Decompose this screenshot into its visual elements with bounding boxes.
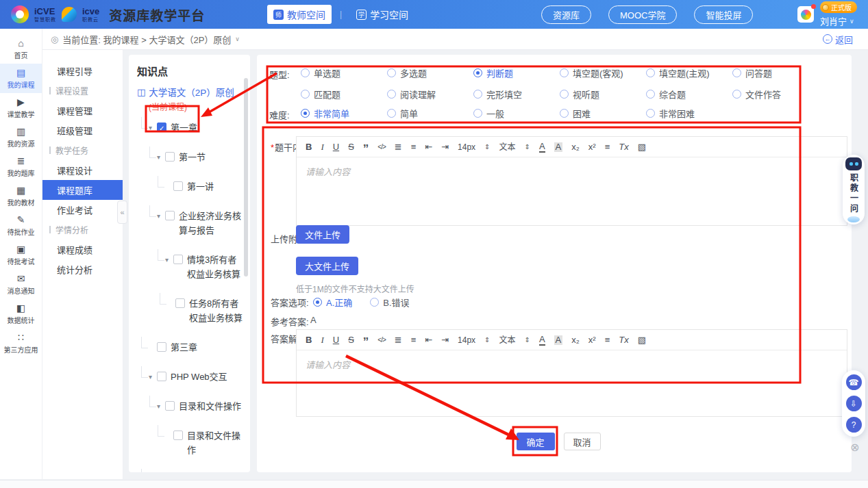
big-file-upload-button[interactable]: 大文件上传 — [296, 257, 358, 275]
tab-teacher-space[interactable]: 师 教师空间 — [267, 5, 332, 24]
radio-single-choice[interactable]: 单选题 — [301, 65, 387, 80]
caret-down-icon[interactable]: ▾ — [157, 209, 165, 223]
tree-node-task-8[interactable]: 任务8所有者权益业务核算 — [137, 296, 243, 325]
font-size-select[interactable]: 14px — [458, 336, 475, 344]
font-size-select[interactable]: 14px — [458, 143, 475, 151]
checkbox-unchecked[interactable] — [157, 342, 166, 352]
menu-item-course-grades[interactable]: 课程成绩 — [42, 240, 123, 259]
font-size-caret-icon[interactable]: ⇕ — [484, 337, 490, 344]
sidebar-item-notifications[interactable]: ✉消息通知 — [0, 270, 42, 299]
superscript-icon[interactable]: x² — [588, 142, 596, 151]
confirm-button[interactable]: 确定 — [517, 433, 555, 450]
help-icon[interactable]: ? — [846, 417, 862, 433]
customer-service-icon[interactable]: ☎ — [846, 374, 862, 390]
indent-icon[interactable]: ⇥ — [441, 335, 449, 344]
strikethrough-icon[interactable]: S — [348, 142, 354, 151]
font-color-icon[interactable]: A — [539, 142, 545, 153]
menu-item-class-management[interactable]: 班级管理 — [42, 120, 123, 140]
sidebar-item-pending-homework[interactable]: ✎待批作业 — [0, 211, 42, 240]
tree-node-scenario-3[interactable]: ▾情境3所有者权益业务核算 — [137, 253, 243, 281]
radio-fill-blank-subjective[interactable]: 填空题(主观) — [646, 65, 732, 80]
sidebar-item-pending-exams[interactable]: ▣待批考试 — [0, 240, 42, 270]
ai-assistant-widget[interactable]: 职教一问 — [843, 155, 865, 224]
stem-rich-text-editor[interactable]: B I U S ” </> ≣ ≡ ⇤ ⇥ 14px ⇕ 文本 ⇕ A A x₂… — [296, 136, 847, 226]
radio-hard[interactable]: 困难 — [560, 105, 646, 121]
align-icon[interactable]: ≡ — [605, 335, 610, 344]
ordered-list-icon[interactable]: ≣ — [395, 142, 402, 151]
clear-format-icon[interactable]: Tx — [619, 335, 628, 344]
radio-audio-visual[interactable]: 视听题 — [560, 86, 646, 101]
bold-icon[interactable]: B — [306, 142, 312, 151]
radio-file-answer[interactable]: 文件作答 — [732, 86, 819, 101]
menu-item-course-management[interactable]: 课程管理 — [42, 101, 123, 120]
radio-comprehensive[interactable]: 综合题 — [646, 86, 732, 101]
subscript-icon[interactable]: x₂ — [571, 142, 580, 151]
highlight-color-icon[interactable]: A — [554, 335, 563, 345]
radio-answer-wrong[interactable]: B.错误 — [370, 296, 409, 309]
font-color-icon[interactable]: A — [539, 335, 545, 346]
caret-down-icon[interactable]: ▾ — [157, 399, 165, 413]
underline-icon[interactable]: U — [333, 142, 339, 151]
tree-node-lecture-1[interactable]: 第一讲 — [137, 179, 243, 194]
smart-casting-button[interactable]: 智能投屏 — [694, 5, 753, 24]
menu-item-course-design[interactable]: 课程设计 — [42, 160, 123, 180]
tree-node-directory-file-ops[interactable]: ▾目录和文件操作 — [137, 399, 243, 413]
checkbox-unchecked[interactable] — [173, 431, 183, 440]
image-icon[interactable]: ▧ — [638, 335, 646, 344]
code-icon[interactable]: </> — [377, 337, 385, 344]
checkbox-unchecked[interactable] — [165, 211, 175, 220]
tree-node-section-1[interactable]: ▾第一节 — [137, 150, 243, 164]
radio-cloze[interactable]: 完形填空 — [473, 86, 560, 101]
text-style-select[interactable]: 文本 — [499, 336, 516, 344]
sidebar-item-home[interactable]: ⌂首页 — [0, 34, 42, 64]
bullet-list-icon[interactable]: ≡ — [411, 335, 417, 344]
align-icon[interactable]: ≡ — [605, 142, 610, 151]
avatar[interactable] — [797, 6, 814, 23]
caret-down-icon[interactable]: ▾ — [165, 253, 173, 267]
outdent-icon[interactable]: ⇤ — [425, 142, 432, 151]
checkbox-unchecked[interactable] — [173, 255, 183, 264]
checkbox-unchecked[interactable] — [175, 298, 185, 308]
menu-item-course-guide[interactable]: 课程引导 — [42, 61, 123, 81]
font-size-caret-icon[interactable]: ⇕ — [484, 144, 490, 151]
username[interactable]: 刘肖宁 ∨ — [820, 14, 854, 27]
blockquote-icon[interactable]: ” — [363, 143, 369, 155]
sidebar-item-my-textbooks[interactable]: ▦我的教材 — [0, 181, 42, 211]
sidebar-collapse-button[interactable]: « — [117, 201, 127, 224]
menu-item-course-question-bank[interactable]: 课程题库 — [42, 180, 123, 200]
tab-learning-space[interactable]: 学 学习空间 — [350, 5, 414, 24]
file-upload-button[interactable]: 文件上传 — [296, 225, 349, 244]
code-icon[interactable]: </> — [377, 144, 385, 151]
breadcrumb[interactable]: 我的课程 > 大学语文（2P）原创 — [103, 33, 232, 46]
analysis-rich-text-editor[interactable]: B I U S ” </> ≣ ≡ ⇤ ⇥ 14px ⇕ 文本 ⇕ A A x₂… — [296, 329, 847, 417]
caret-down-icon[interactable]: ▾ — [157, 150, 165, 164]
tree-course-root[interactable]: ◫ 大学语文（2P）原创 — [137, 85, 243, 99]
caret-down-icon[interactable]: ▾ — [149, 120, 157, 135]
text-style-caret-icon[interactable]: ⇕ — [525, 337, 530, 344]
checkbox-unchecked[interactable] — [165, 152, 175, 162]
mooc-academy-button[interactable]: MOOC学院 — [608, 5, 677, 24]
indent-icon[interactable]: ⇥ — [441, 142, 449, 151]
superscript-icon[interactable]: x² — [588, 335, 596, 344]
sidebar-item-statistics[interactable]: ◧数据统计 — [0, 299, 42, 329]
checkbox-checked[interactable] — [157, 123, 166, 132]
tree-node-chapter-3[interactable]: 第三章 — [137, 340, 243, 355]
radio-true-false[interactable]: 判断题 — [473, 65, 560, 80]
sidebar-item-my-resources[interactable]: ▥我的资源 — [0, 123, 42, 152]
tree-node-chapter-1[interactable]: ▾第一章 — [137, 120, 243, 135]
checkbox-unchecked[interactable] — [165, 401, 175, 411]
chevron-down-icon[interactable]: ∨ — [235, 36, 240, 42]
menu-item-homework-exam[interactable]: 作业考试 — [42, 200, 123, 220]
radio-fill-blank-objective[interactable]: 填空题(客观) — [560, 65, 646, 80]
checkbox-unchecked[interactable] — [173, 181, 183, 191]
text-style-caret-icon[interactable]: ⇕ — [525, 144, 530, 151]
underline-icon[interactable]: U — [333, 335, 339, 344]
bold-icon[interactable]: B — [306, 335, 312, 344]
image-icon[interactable]: ▧ — [638, 142, 646, 151]
user-cluster[interactable]: 正式版 刘肖宁 ∨ — [797, 0, 857, 29]
subscript-icon[interactable]: x₂ — [571, 335, 580, 344]
sidebar-item-my-question-bank[interactable]: ≣我的题库 — [0, 152, 42, 181]
text-style-select[interactable]: 文本 — [499, 143, 516, 151]
italic-icon[interactable]: I — [321, 335, 323, 344]
menu-item-statistical-analysis[interactable]: 统计分析 — [42, 259, 123, 279]
